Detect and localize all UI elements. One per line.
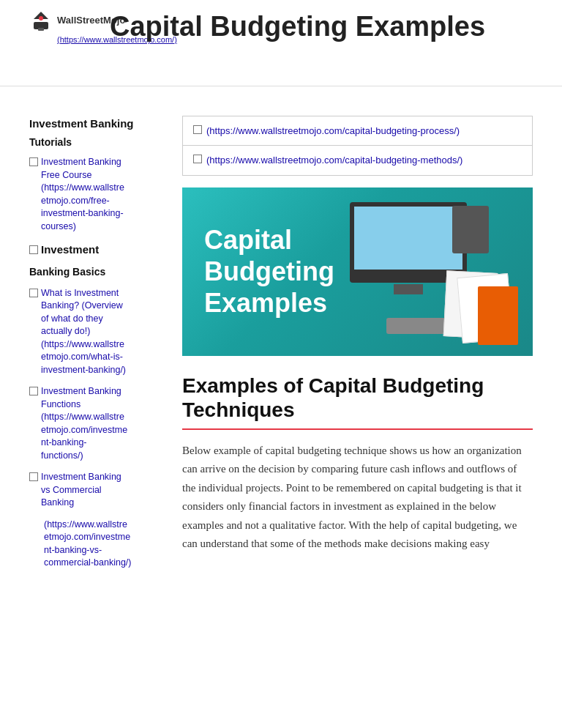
sidebar-item-vs-commercial[interactable]: Investment Bankingvs CommercialBanking xyxy=(29,471,165,510)
page-title: Capital Budgeting Examples xyxy=(110,6,533,48)
sidebar-item-what-is[interactable]: What is InvestmentBanking? (Overviewof w… xyxy=(29,287,165,377)
investment-label: Investment xyxy=(41,242,99,259)
checkbox-vs-commercial[interactable] xyxy=(29,472,38,481)
checkbox-link2[interactable] xyxy=(193,155,202,163)
checkbox-link1[interactable] xyxy=(193,125,202,134)
sidebar-item-free-course-text: Investment BankingFree Course(https://ww… xyxy=(41,156,124,233)
sidebar-item-vs-commercial-text: Investment Bankingvs CommercialBanking xyxy=(41,471,121,510)
link-item-1[interactable]: (https://www.wallstreetmojo.com/capital-… xyxy=(183,116,532,146)
svg-rect-3 xyxy=(38,28,44,31)
link2-anchor[interactable]: (https://www.wallstreetmojo.com/capital-… xyxy=(206,153,462,168)
sidebar-investment-header: Investment xyxy=(29,242,165,259)
sidebar-item-functions[interactable]: Investment BankingFunctions(https://www.… xyxy=(29,385,165,462)
sidebar-item-free-course[interactable]: Investment BankingFree Course(https://ww… xyxy=(29,156,165,233)
sidebar-item-what-is-text: What is InvestmentBanking? (Overviewof w… xyxy=(41,287,126,377)
sidebar: Investment Banking Tutorials Investment … xyxy=(29,116,165,579)
sidebar-section-title: Investment Banking xyxy=(29,116,165,133)
link1-anchor[interactable]: (https://www.wallstreetmojo.com/capital-… xyxy=(206,124,460,138)
article-body: Below example of capital budgeting techn… xyxy=(182,442,533,554)
article-divider xyxy=(182,428,533,430)
checkbox-functions[interactable] xyxy=(29,387,38,395)
content-area: (https://www.wallstreetmojo.com/capital-… xyxy=(182,116,533,579)
monitor-stand xyxy=(394,284,423,294)
banking-basics-label: Banking Basics xyxy=(29,264,165,280)
hero-image: Capital Budgeting Examples xyxy=(182,187,533,356)
calculator-icon xyxy=(452,206,489,253)
logo-icon xyxy=(29,9,53,32)
sidebar-subsection-title: Tutorials xyxy=(29,135,165,150)
sidebar-item-vs-commercial-link-text: (https://www.wallstreetmojo.com/investme… xyxy=(44,519,131,570)
sidebar-item-vs-commercial-link[interactable]: (https://www.wallstreetmojo.com/investme… xyxy=(29,519,165,570)
header: WallStreetMojo (https://www.wallstreetmo… xyxy=(0,0,562,86)
checkbox-investment[interactable] xyxy=(29,245,38,254)
link-item-2[interactable]: (https://www.wallstreetmojo.com/capital-… xyxy=(183,146,532,175)
checkbox-free-course[interactable] xyxy=(29,157,38,166)
article-title: Examples of Capital Budgeting Techniques xyxy=(182,374,533,423)
notebook-icon xyxy=(478,286,518,345)
links-box: (https://www.wallstreetmojo.com/capital-… xyxy=(182,116,533,176)
svg-point-2 xyxy=(39,16,43,21)
sidebar-item-functions-text: Investment BankingFunctions(https://www.… xyxy=(41,385,127,462)
hero-text: Capital Budgeting Examples xyxy=(204,224,334,319)
checkbox-what-is[interactable] xyxy=(29,289,38,297)
main-layout: Investment Banking Tutorials Investment … xyxy=(0,116,562,579)
monitor-screen xyxy=(354,207,462,270)
